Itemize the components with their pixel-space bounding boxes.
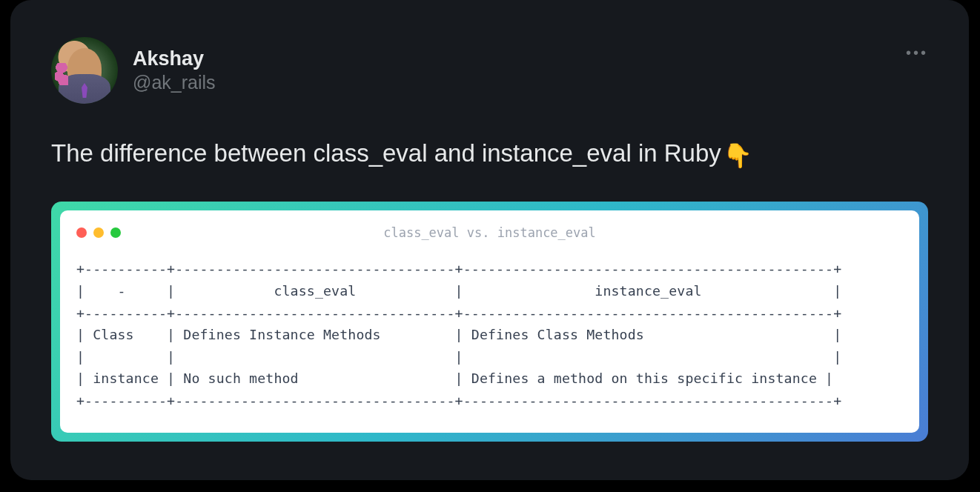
author-handle[interactable]: @ak_rails [133, 72, 216, 93]
author-block: Akshay @ak_rails [133, 47, 216, 93]
code-window: class_eval vs. instance_eval +----------… [60, 210, 919, 433]
minimize-icon[interactable] [93, 227, 104, 238]
more-options-icon[interactable]: ••• [906, 44, 928, 62]
tweet-header: Akshay @ak_rails [51, 37, 928, 104]
tweet-card: ••• Akshay @ak_rails The difference betw… [10, 0, 969, 480]
tweet-text: The difference between class_eval and in… [51, 137, 928, 172]
code-embed-frame: class_eval vs. instance_eval +----------… [51, 202, 928, 442]
pointing-down-emoji: 👇 [723, 140, 752, 172]
window-title: class_eval vs. instance_eval [76, 225, 903, 240]
maximize-icon[interactable] [110, 227, 121, 238]
window-header: class_eval vs. instance_eval [76, 224, 903, 242]
comparison-table: +----------+----------------------------… [76, 258, 903, 412]
tweet-body: The difference between class_eval and in… [51, 139, 721, 167]
author-name[interactable]: Akshay [133, 47, 216, 70]
close-icon[interactable] [76, 227, 87, 238]
traffic-lights [76, 227, 121, 238]
avatar[interactable] [51, 37, 118, 104]
